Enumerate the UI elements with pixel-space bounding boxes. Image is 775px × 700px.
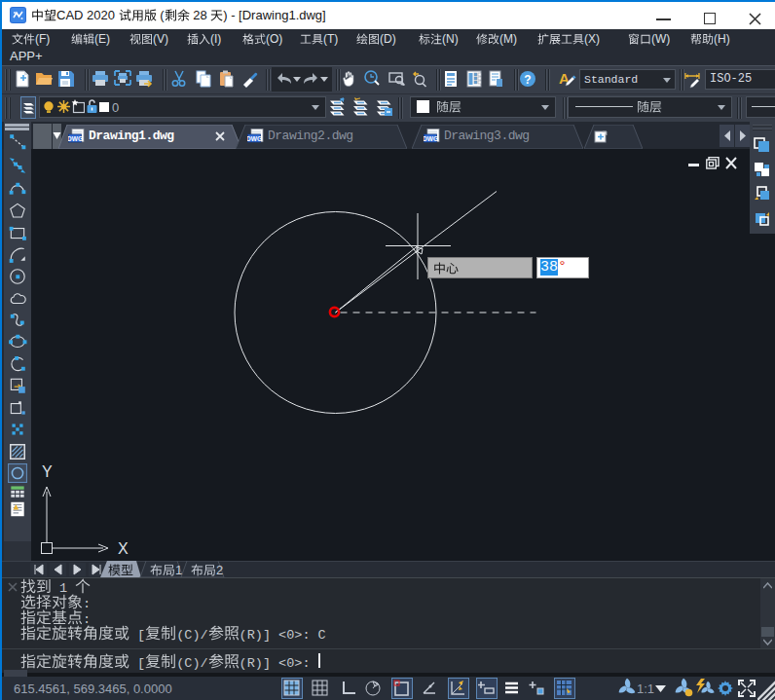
- svg-text:DWG: DWG: [424, 135, 438, 142]
- svg-text:X: X: [118, 540, 129, 557]
- svg-text:?: ?: [524, 73, 531, 87]
- svg-text:DWG: DWG: [68, 135, 83, 142]
- svg-text:DWG: DWG: [247, 135, 262, 142]
- svg-text:Y: Y: [42, 463, 53, 480]
